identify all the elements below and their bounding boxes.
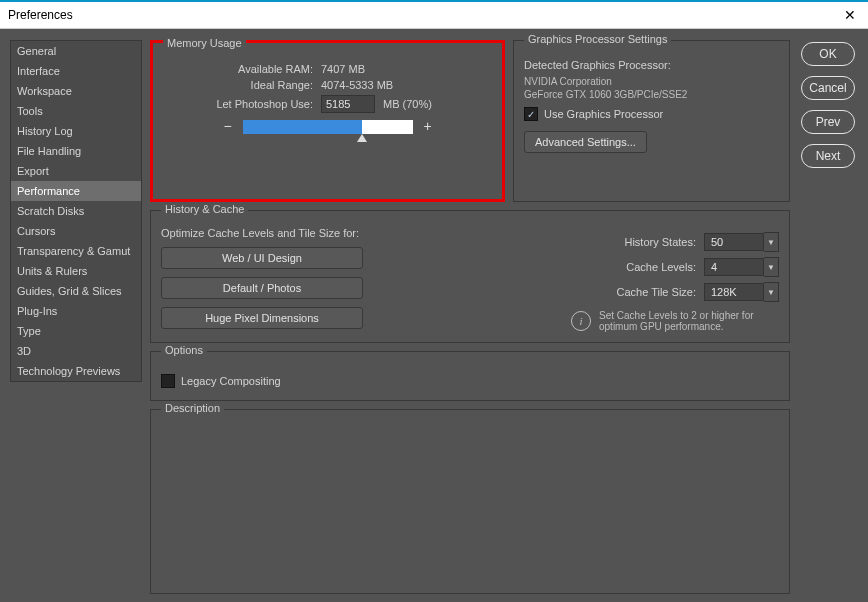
prev-button[interactable]: Prev: [801, 110, 855, 134]
cancel-button[interactable]: Cancel: [801, 76, 855, 100]
info-text: Set Cache Levels to 2 or higher for opti…: [599, 310, 779, 332]
sidebar-item-export[interactable]: Export: [11, 161, 141, 181]
sidebar-item-plug-ins[interactable]: Plug-Ins: [11, 301, 141, 321]
cache-levels-select[interactable]: 4▼: [704, 257, 779, 277]
advanced-settings-button[interactable]: Advanced Settings...: [524, 131, 647, 153]
window-title: Preferences: [6, 8, 838, 22]
graphics-legend: Graphics Processor Settings: [524, 33, 671, 45]
sidebar-item-scratch-disks[interactable]: Scratch Disks: [11, 201, 141, 221]
ok-button[interactable]: OK: [801, 42, 855, 66]
memory-input[interactable]: [321, 95, 375, 113]
options-panel: Options Legacy Compositing: [150, 351, 790, 401]
cache-levels-label: Cache Levels:: [626, 261, 696, 273]
memory-decrease-button[interactable]: −: [219, 119, 237, 135]
sidebar-item-interface[interactable]: Interface: [11, 61, 141, 81]
sidebar-item-units-rulers[interactable]: Units & Rulers: [11, 261, 141, 281]
memory-suffix: MB (70%): [383, 98, 432, 110]
detected-label: Detected Graphics Processor:: [524, 59, 779, 71]
info-icon: i: [571, 311, 591, 331]
category-sidebar: GeneralInterfaceWorkspaceToolsHistory Lo…: [10, 40, 142, 382]
history-states-label: History States:: [624, 236, 696, 248]
sidebar-item-file-handling[interactable]: File Handling: [11, 141, 141, 161]
default-photos-button[interactable]: Default / Photos: [161, 277, 363, 299]
memory-slider[interactable]: [243, 120, 413, 134]
description-legend: Description: [161, 402, 224, 414]
checkmark-icon: ✓: [524, 107, 538, 121]
titlebar: Preferences ✕: [0, 2, 868, 29]
sidebar-item-performance[interactable]: Performance: [11, 181, 141, 201]
sidebar-item-cursors[interactable]: Cursors: [11, 221, 141, 241]
preferences-window: Preferences ✕ GeneralInterfaceWorkspaceT…: [0, 0, 868, 602]
sidebar-item-technology-previews[interactable]: Technology Previews: [11, 361, 141, 381]
web-ui-button[interactable]: Web / UI Design: [161, 247, 363, 269]
huge-pixel-button[interactable]: Huge Pixel Dimensions: [161, 307, 363, 329]
history-legend: History & Cache: [161, 203, 248, 215]
next-button[interactable]: Next: [801, 144, 855, 168]
available-ram-value: 7407 MB: [321, 63, 365, 75]
sidebar-item-guides-grid-slices[interactable]: Guides, Grid & Slices: [11, 281, 141, 301]
dialog-buttons: OK Cancel Prev Next: [798, 40, 858, 202]
optimize-label: Optimize Cache Levels and Tile Size for:: [161, 227, 479, 239]
gpu-vendor: NVIDIA Corporation: [524, 75, 779, 88]
sidebar-item-workspace[interactable]: Workspace: [11, 81, 141, 101]
gpu-device: GeForce GTX 1060 3GB/PCIe/SSE2: [524, 88, 779, 101]
cache-tile-select[interactable]: 128K▼: [704, 282, 779, 302]
ideal-range-value: 4074-5333 MB: [321, 79, 393, 91]
chevron-down-icon: ▼: [764, 232, 779, 252]
description-panel: Description: [150, 409, 790, 594]
options-legend: Options: [161, 344, 207, 356]
sidebar-item-transparency-gamut[interactable]: Transparency & Gamut: [11, 241, 141, 261]
memory-legend: Memory Usage: [163, 37, 246, 49]
cache-tile-label: Cache Tile Size:: [617, 286, 696, 298]
history-states-select[interactable]: 50▼: [704, 232, 779, 252]
sidebar-item-history-log[interactable]: History Log: [11, 121, 141, 141]
memory-increase-button[interactable]: +: [419, 119, 437, 135]
legacy-compositing-checkbox[interactable]: Legacy Compositing: [161, 374, 779, 388]
chevron-down-icon: ▼: [764, 257, 779, 277]
available-ram-label: Available RAM:: [163, 63, 313, 75]
legacy-label: Legacy Compositing: [181, 375, 281, 387]
let-use-label: Let Photoshop Use:: [163, 98, 313, 110]
checkbox-empty-icon: [161, 374, 175, 388]
sidebar-item-general[interactable]: General: [11, 41, 141, 61]
use-gpu-checkbox[interactable]: ✓ Use Graphics Processor: [524, 107, 779, 121]
chevron-down-icon: ▼: [764, 282, 779, 302]
sidebar-item-tools[interactable]: Tools: [11, 101, 141, 121]
slider-thumb-icon[interactable]: [357, 134, 367, 142]
sidebar-item-type[interactable]: Type: [11, 321, 141, 341]
memory-usage-panel: Memory Usage Available RAM: 7407 MB Idea…: [150, 40, 505, 202]
ideal-range-label: Ideal Range:: [163, 79, 313, 91]
graphics-panel: Graphics Processor Settings Detected Gra…: [513, 40, 790, 202]
history-cache-panel: History & Cache Optimize Cache Levels an…: [150, 210, 790, 343]
use-gpu-label: Use Graphics Processor: [544, 108, 663, 120]
sidebar-item-3d[interactable]: 3D: [11, 341, 141, 361]
close-icon[interactable]: ✕: [838, 7, 862, 23]
